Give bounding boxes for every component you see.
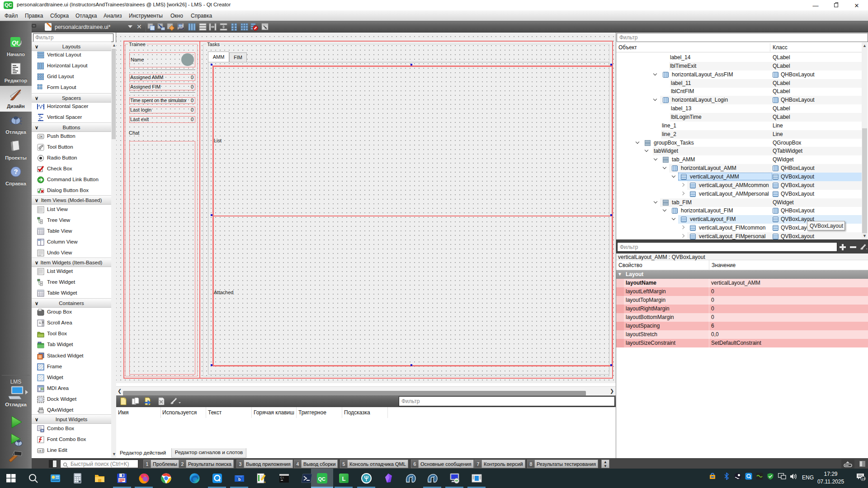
svg-text:b: b — [238, 477, 241, 482]
svg-text:C:\: C:\ — [280, 476, 284, 479]
svg-text:AB: AB — [38, 450, 42, 452]
svg-text:OK: OK — [38, 135, 43, 138]
svg-text:14: 14 — [862, 477, 865, 480]
svg-text:L: L — [342, 475, 346, 482]
svg-text:?: ? — [14, 168, 18, 175]
svg-text:QC: QC — [318, 476, 326, 482]
svg-text:123: 123 — [179, 24, 184, 27]
